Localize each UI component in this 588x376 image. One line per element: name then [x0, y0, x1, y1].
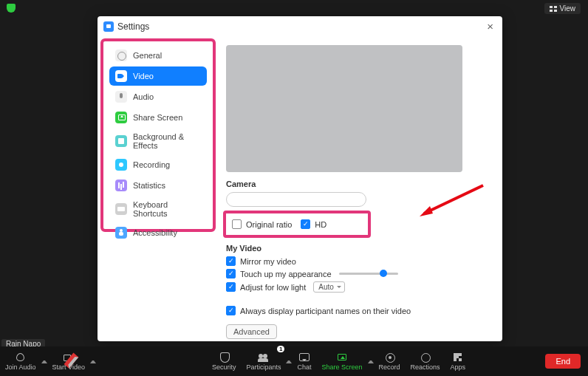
- label: HD: [315, 220, 327, 229]
- sidebar-item-keyboard[interactable]: Keyboard Shortcuts: [109, 196, 207, 222]
- settings-dialog: Settings × General Video Audio Share Scr…: [98, 16, 502, 341]
- shield-icon: [218, 352, 230, 363]
- settings-title: Settings: [117, 21, 149, 32]
- label: General: [133, 51, 162, 60]
- label: Mirror my video: [240, 257, 296, 266]
- label: Video: [133, 72, 154, 81]
- label: Background & Effects: [133, 132, 201, 150]
- camera-heading: Camera: [226, 180, 490, 188]
- checkbox-icon: [226, 256, 236, 266]
- checkbox-icon: [226, 269, 236, 278]
- reactions-button[interactable]: Reactions: [406, 346, 445, 376]
- label: Original ratio: [246, 220, 292, 229]
- label: Record: [379, 363, 400, 371]
- advanced-button[interactable]: Advanced: [226, 324, 277, 339]
- mirror-checkbox[interactable]: Mirror my video: [226, 256, 490, 266]
- microphone-icon: [115, 91, 127, 103]
- label: Statistics: [133, 181, 165, 190]
- label: Adjust for low light: [240, 283, 306, 292]
- label: Touch up my appearance: [240, 270, 332, 278]
- security-button[interactable]: Security: [207, 346, 242, 376]
- show-names-checkbox[interactable]: Always display participant names on thei…: [226, 306, 490, 315]
- share-icon: [115, 112, 127, 123]
- sidebar-item-share-screen[interactable]: Share Screen: [109, 108, 207, 127]
- video-caret[interactable]: [90, 358, 96, 365]
- checkbox-icon: [301, 219, 310, 229]
- checkbox-icon: [226, 306, 236, 315]
- label: Apps: [451, 363, 466, 371]
- label: Reactions: [411, 363, 440, 371]
- hd-checkbox[interactable]: HD: [301, 219, 327, 229]
- sidebar-item-general[interactable]: General: [109, 46, 207, 65]
- grid-icon: [550, 6, 557, 12]
- camera-icon: [115, 70, 127, 82]
- share-screen-icon: [336, 352, 349, 363]
- smile-icon: [419, 352, 431, 363]
- record-icon: [383, 352, 396, 363]
- checkbox-icon: [226, 282, 236, 292]
- background-icon: [115, 135, 127, 147]
- sidebar-item-recording[interactable]: Recording: [109, 155, 207, 174]
- participants-caret[interactable]: [286, 358, 292, 365]
- share-caret[interactable]: [368, 358, 374, 365]
- gear-icon: [115, 49, 127, 61]
- participants-button[interactable]: 1Participants: [241, 346, 286, 376]
- touchup-slider[interactable]: [339, 273, 398, 275]
- ratio-row: Original ratio HD: [223, 211, 371, 238]
- label: Share Screen: [321, 363, 362, 371]
- settings-sidebar: General Video Audio Share Screen Backgro…: [100, 38, 216, 232]
- camera-select[interactable]: [226, 192, 366, 207]
- participants-count: 1: [277, 346, 284, 352]
- apps-icon: [451, 352, 464, 363]
- settings-panel: Camera Original ratio HD My Video Mirror…: [216, 35, 502, 341]
- slider-knob[interactable]: [380, 270, 387, 277]
- lowlight-mode-select[interactable]: Auto: [313, 281, 345, 293]
- chat-button[interactable]: Chat: [292, 346, 316, 376]
- meeting-toolbar: Join Audio Start Video Security 1Partici…: [0, 346, 588, 376]
- myvideo-heading: My Video: [226, 244, 490, 253]
- touchup-checkbox[interactable]: Touch up my appearance: [226, 269, 490, 278]
- camera-off-icon: [62, 352, 75, 363]
- original-ratio-checkbox[interactable]: Original ratio: [232, 219, 292, 229]
- sidebar-item-video[interactable]: Video: [109, 66, 207, 86]
- sidebar-item-accessibility[interactable]: Accessibility: [109, 223, 207, 242]
- record-icon: [115, 159, 127, 171]
- join-audio-button[interactable]: Join Audio: [0, 346, 41, 376]
- view-button[interactable]: View: [544, 3, 581, 14]
- start-video-button[interactable]: Start Video: [47, 346, 90, 376]
- shield-icon[interactable]: [7, 4, 16, 13]
- label: Security: [212, 363, 236, 371]
- label: Keyboard Shortcuts: [133, 200, 201, 218]
- participants-icon: [257, 352, 270, 363]
- audio-caret[interactable]: [41, 358, 47, 365]
- share-screen-button[interactable]: Share Screen: [316, 346, 367, 376]
- checkbox-icon: [232, 219, 242, 229]
- chat-icon: [298, 352, 310, 363]
- record-button[interactable]: Record: [374, 346, 406, 376]
- camera-preview: [226, 45, 462, 172]
- label: Join Audio: [5, 363, 36, 371]
- lowlight-checkbox[interactable]: Adjust for low lightAuto: [226, 281, 490, 293]
- accessibility-icon: [115, 227, 127, 239]
- view-label: View: [560, 4, 576, 13]
- label: Audio: [133, 92, 154, 101]
- stats-icon: [115, 180, 127, 191]
- close-icon[interactable]: ×: [484, 20, 496, 33]
- label: Share Screen: [133, 113, 182, 122]
- headphones-icon: [14, 352, 27, 363]
- sidebar-item-audio[interactable]: Audio: [109, 87, 207, 106]
- sidebar-item-background[interactable]: Background & Effects: [109, 129, 207, 154]
- label: Accessibility: [133, 228, 177, 237]
- label: Recording: [133, 160, 170, 169]
- end-button[interactable]: End: [545, 354, 581, 369]
- sidebar-item-statistics[interactable]: Statistics: [109, 176, 207, 195]
- app-logo-icon: [103, 21, 114, 32]
- label: Chat: [297, 363, 311, 371]
- apps-button[interactable]: Apps: [445, 346, 471, 376]
- keyboard-icon: [115, 203, 127, 215]
- label: Always display participant names on thei…: [240, 307, 411, 315]
- label: Participants: [246, 363, 281, 371]
